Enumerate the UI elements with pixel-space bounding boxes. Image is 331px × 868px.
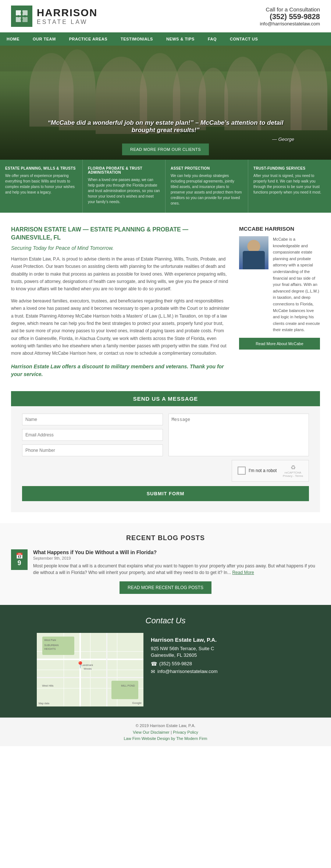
form-left-col: [22, 414, 163, 456]
nav-home[interactable]: HOME: [0, 32, 26, 46]
blog-post-date: September 9th, 2019: [33, 556, 320, 560]
map-pin: 📍: [76, 661, 84, 669]
hero-section: “McCabe did a wonderful job on my estate…: [0, 46, 331, 160]
blog-section: RECENT BLOG POSTS 📅 9 What Happens if Yo…: [0, 523, 331, 605]
blog-read-more-button[interactable]: Read More Recent Blog Posts: [120, 581, 211, 594]
logo-harrison: HARRISON: [37, 7, 97, 19]
footer-phone: (352) 559-9828: [159, 661, 192, 666]
header-email: info@harrisonestatelaw.com: [260, 21, 320, 26]
blog-post-title: What Happens if You Die Without a Will i…: [33, 549, 320, 555]
blog-btn-row: Read More Recent Blog Posts: [11, 581, 320, 594]
form-section-title: SEND US A MESSAGE: [11, 391, 320, 406]
nav-contact-us[interactable]: CONTACT US: [223, 32, 264, 46]
email-input[interactable]: [22, 429, 163, 441]
blog-post-1: 📅 9 What Happens if You Die Without a Wi…: [11, 549, 320, 576]
hero-quote: “McCabe did a wonderful job on my estate…: [0, 119, 331, 134]
blog-date-number: 9: [15, 559, 23, 567]
service-probate: FLORIDA PROBATE & TRUST ADMINISTRATION W…: [83, 160, 166, 213]
svg-rect-3: [22, 17, 28, 22]
privacy-link[interactable]: Privacy Policy: [173, 730, 198, 734]
svg-rect-1: [22, 10, 28, 15]
service-title-3: ASSET PROTECTION: [171, 166, 243, 170]
service-text-4: After your trust is signed, you need to …: [253, 173, 326, 195]
service-estate-planning: ESTATE PLANNING, WILLS & TRUSTS We offer…: [0, 160, 83, 213]
svg-rect-2: [16, 17, 21, 22]
blog-post-text: Most people know that a will is a docume…: [33, 563, 320, 576]
svg-point-5: [17, 15, 19, 17]
main-paragraph-1: Harrison Estate Law, P.A. is proud to ad…: [11, 255, 230, 293]
services-grid: ESTATE PLANNING, WILLS & TRUSTS We offer…: [0, 160, 331, 213]
sidebar-photo: [239, 236, 268, 269]
logo-area: HARRISON ESTATE LAW: [11, 6, 97, 27]
service-asset-protection: ASSET PROTECTION We can help you develop…: [166, 160, 248, 213]
nav-testimonials[interactable]: TESTIMONIALS: [114, 32, 160, 46]
main-nav: HOME OUR TEAM PRACTICE AREAS TESTIMONIAL…: [0, 32, 331, 46]
footer-info: Harrison Estate Law, P.A. 925 NW 56th Te…: [151, 633, 218, 674]
svg-point-6: [24, 15, 26, 17]
header: HARRISON ESTATE LAW Call for a Consultat…: [0, 0, 331, 32]
calendar-icon: 📅: [15, 552, 23, 559]
form-right-col: [168, 414, 309, 456]
footer-firm-name: Harrison Estate Law, P.A.: [151, 637, 218, 643]
email-icon: ✉: [151, 669, 155, 674]
footer-address2: Gainesville, FL 32605: [151, 652, 218, 658]
bottom-footer: © 2019 Harrison Estate Law, P.A. View Ou…: [0, 718, 331, 746]
service-title-1: ESTATE PLANNING, WILLS & TRUSTS: [5, 166, 77, 170]
service-text-2: When a loved one passes away, we can hel…: [88, 177, 160, 205]
nav-news-tips[interactable]: NEWS & TIPS: [160, 32, 201, 46]
puzzle-icon: [14, 9, 29, 24]
sidebar-name: MCCABE HARRISON: [239, 226, 320, 232]
blog-post-content: What Happens if You Die Without a Will i…: [33, 549, 320, 576]
disclaimer-link[interactable]: View Our Disclaimer: [133, 730, 169, 734]
footer-links: View Our Disclaimer | Privacy Policy: [6, 729, 325, 735]
footer-email: info@harrisonestatelaw.com: [157, 669, 218, 674]
footer-contact-section: Contact Us West Park: [0, 605, 331, 718]
recaptcha-logo: ♻ reCAPTCHA Privacy - Terms: [283, 464, 303, 478]
footer-phone-row: ☎ (352) 559-9828: [151, 661, 218, 667]
phone-input[interactable]: [22, 444, 163, 456]
recaptcha-label: I'm not a robot: [249, 468, 277, 473]
nav-faq[interactable]: FAQ: [201, 32, 223, 46]
logo-icon: [11, 6, 32, 27]
main-left: HARRISON ESTATE LAW — ESTATE PLANNING & …: [11, 226, 230, 378]
phone-icon: ☎: [151, 661, 157, 667]
svg-point-7: [21, 18, 23, 21]
contact-info: Call for a Consultation (352) 559-9828 i…: [260, 6, 320, 26]
service-text-3: We can help you develop strategies inclu…: [171, 173, 243, 206]
service-text-1: We offer years of experience preparing e…: [5, 173, 77, 195]
submit-form-button[interactable]: Submit Form: [22, 486, 309, 501]
main-content: HARRISON ESTATE LAW — ESTATE PLANNING & …: [0, 213, 331, 391]
blog-read-more-link[interactable]: Read More: [232, 570, 254, 575]
recaptcha-row: I'm not a robot ♻ reCAPTCHA Privacy - Te…: [22, 460, 309, 482]
logo-text: HARRISON ESTATE LAW: [37, 7, 97, 25]
contact-form-section: SEND US A MESSAGE I'm not a robot ♻ reCA…: [11, 391, 320, 512]
svg-point-4: [21, 12, 23, 14]
consult-label: Call for a Consultation: [260, 6, 320, 13]
recaptcha-checkbox[interactable]: [238, 467, 246, 475]
copyright-text: © 2019 Harrison Estate Law, P.A.: [6, 723, 325, 728]
main-title: HARRISON ESTATE LAW — ESTATE PLANNING & …: [11, 226, 230, 242]
main-sidebar: MCCABE HARRISON McCabe is a knowledgeabl…: [239, 226, 320, 378]
name-input[interactable]: [22, 414, 163, 425]
main-paragraph-2: We advise bereaved families, executors, …: [11, 297, 230, 357]
footer-address1: 925 NW 56th Terrace, Suite C: [151, 646, 218, 651]
logo-estate-law: ESTATE LAW: [37, 19, 97, 25]
service-title-2: FLORIDA PROBATE & TRUST ADMINISTRATION: [88, 166, 160, 174]
service-title-4: TRUST-FUNDING SERVICES: [253, 166, 326, 170]
hero-background: [0, 46, 331, 160]
map-container: West Park SUBURBAN HEIGHTS West Hills La…: [37, 633, 143, 706]
footer-email-row: ✉ info@harrisonestatelaw.com: [151, 669, 218, 674]
sidebar-bio: McCabe is a knowledgeable and compassion…: [273, 236, 320, 333]
blog-title: RECENT BLOG POSTS: [11, 534, 320, 542]
header-phone: (352) 559-9828: [260, 13, 320, 21]
design-credit: Law Firm Website Design by The Modern Fi…: [6, 736, 325, 741]
hero-read-more-button[interactable]: Read More From Our Clients: [122, 144, 209, 155]
nav-our-team[interactable]: OUR TEAM: [26, 32, 63, 46]
svg-rect-0: [16, 10, 21, 15]
blog-date-box: 📅 9: [11, 549, 28, 570]
sidebar-read-more-button[interactable]: Read More About McCabe: [239, 338, 320, 350]
main-subtitle: Securing Today for Peace of Mind Tomorro…: [11, 245, 230, 251]
nav-practice-areas[interactable]: PRACTICE AREAS: [63, 32, 114, 46]
service-trust-funding: TRUST-FUNDING SERVICES After your trust …: [248, 160, 331, 213]
message-textarea[interactable]: [168, 414, 309, 456]
